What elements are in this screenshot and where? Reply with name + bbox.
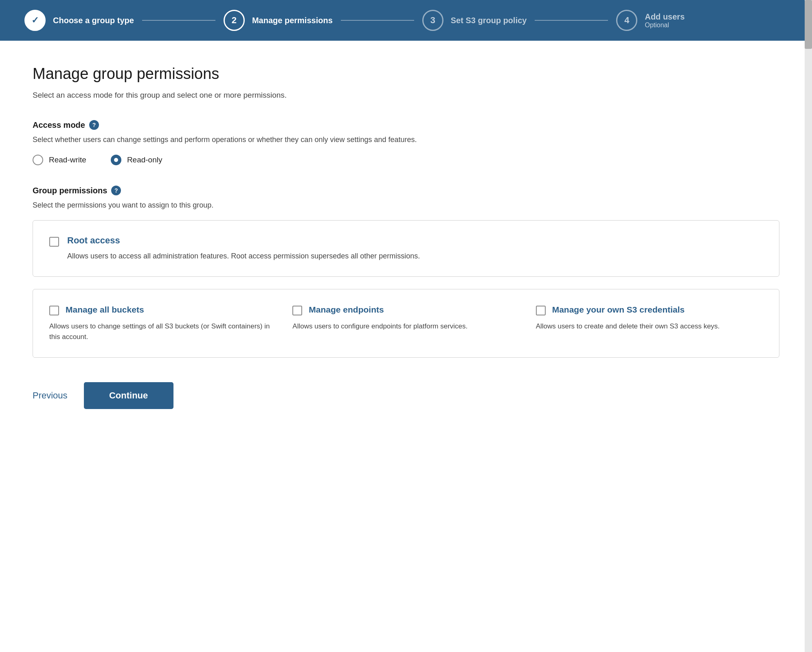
perm-col-s3-credentials-header: Manage your own S3 credentials — [536, 304, 763, 315]
radio-read-only-circle — [111, 155, 121, 165]
wizard-header: ✓ Choose a group type 2 Manage permissio… — [0, 0, 812, 41]
step-4-label: Add users Optional — [645, 12, 685, 29]
manage-endpoints-title[interactable]: Manage endpoints — [309, 304, 384, 315]
access-mode-radio-group: Read-write Read-only — [33, 155, 779, 165]
perm-col-buckets: Manage all buckets Allows users to chang… — [49, 304, 276, 343]
radio-read-write-circle — [33, 155, 43, 165]
step-4-subtitle: Optional — [645, 22, 685, 29]
step-2-circle: 2 — [224, 10, 245, 31]
connector-1-2 — [142, 20, 215, 21]
step-1-circle: ✓ — [24, 10, 46, 31]
root-access-content: Root access Allows users to access all a… — [67, 235, 420, 262]
continue-button[interactable]: Continue — [84, 382, 173, 409]
group-permissions-help-icon[interactable]: ? — [111, 186, 121, 195]
root-access-checkbox[interactable] — [49, 237, 59, 247]
manage-s3-credentials-title[interactable]: Manage your own S3 credentials — [552, 304, 685, 315]
perm-col-endpoints: Manage endpoints Allows users to configu… — [292, 304, 519, 343]
manage-endpoints-desc: Allows users to configure endpoints for … — [292, 321, 519, 332]
step-4-title: Add users — [645, 12, 685, 22]
step-4-circle: 4 — [616, 10, 637, 31]
bottom-actions: Previous Continue — [33, 382, 779, 409]
radio-read-only-label: Read-only — [127, 155, 162, 164]
scrollbar-thumb[interactable] — [805, 0, 812, 49]
connector-2-3 — [341, 20, 414, 21]
radio-read-write-label: Read-write — [49, 155, 86, 164]
manage-s3-credentials-desc: Allows users to create and delete their … — [536, 321, 763, 332]
access-mode-help-icon[interactable]: ? — [89, 120, 99, 130]
radio-read-write[interactable]: Read-write — [33, 155, 86, 165]
page-subtitle: Select an access mode for this group and… — [33, 91, 779, 100]
radio-read-only[interactable]: Read-only — [111, 155, 162, 165]
perm-col-s3-credentials: Manage your own S3 credentials Allows us… — [536, 304, 763, 343]
multi-perm-card: Manage all buckets Allows users to chang… — [33, 289, 779, 358]
wizard-step-1[interactable]: ✓ Choose a group type — [24, 10, 134, 31]
access-mode-section-label: Access mode ? — [33, 120, 779, 130]
manage-buckets-title[interactable]: Manage all buckets — [66, 304, 144, 315]
wizard-step-2[interactable]: 2 Manage permissions — [224, 10, 333, 31]
step-1-title: Choose a group type — [53, 15, 134, 25]
step-3-circle: 3 — [422, 10, 443, 31]
radio-read-only-inner — [114, 158, 118, 162]
page-scrollbar[interactable] — [805, 0, 812, 652]
step-3-title: Set S3 group policy — [451, 15, 527, 25]
group-permissions-section-label: Group permissions ? — [33, 186, 779, 195]
page-title: Manage group permissions — [33, 65, 779, 83]
main-content: Manage group permissions Select an acces… — [0, 41, 812, 652]
root-access-inner: Root access Allows users to access all a… — [49, 235, 763, 262]
manage-endpoints-checkbox[interactable] — [292, 306, 302, 315]
group-permissions-description: Select the permissions you want to assig… — [33, 201, 779, 210]
step-2-title: Manage permissions — [252, 15, 333, 25]
step-1-label: Choose a group type — [53, 15, 134, 25]
step-2-label: Manage permissions — [252, 15, 333, 25]
connector-3-4 — [535, 20, 608, 21]
perm-col-buckets-header: Manage all buckets — [49, 304, 276, 315]
access-mode-description: Select whether users can change settings… — [33, 136, 779, 144]
root-access-title[interactable]: Root access — [67, 235, 420, 246]
wizard-step-3[interactable]: 3 Set S3 group policy — [422, 10, 527, 31]
perm-col-endpoints-header: Manage endpoints — [292, 304, 519, 315]
manage-buckets-checkbox[interactable] — [49, 306, 59, 315]
manage-buckets-desc: Allows users to change settings of all S… — [49, 321, 276, 343]
wizard-step-4[interactable]: 4 Add users Optional — [616, 10, 685, 31]
root-access-card: Root access Allows users to access all a… — [33, 220, 779, 277]
step-3-label: Set S3 group policy — [451, 15, 527, 25]
root-access-desc: Allows users to access all administratio… — [67, 251, 420, 262]
manage-s3-credentials-checkbox[interactable] — [536, 306, 546, 315]
previous-button[interactable]: Previous — [33, 390, 68, 401]
